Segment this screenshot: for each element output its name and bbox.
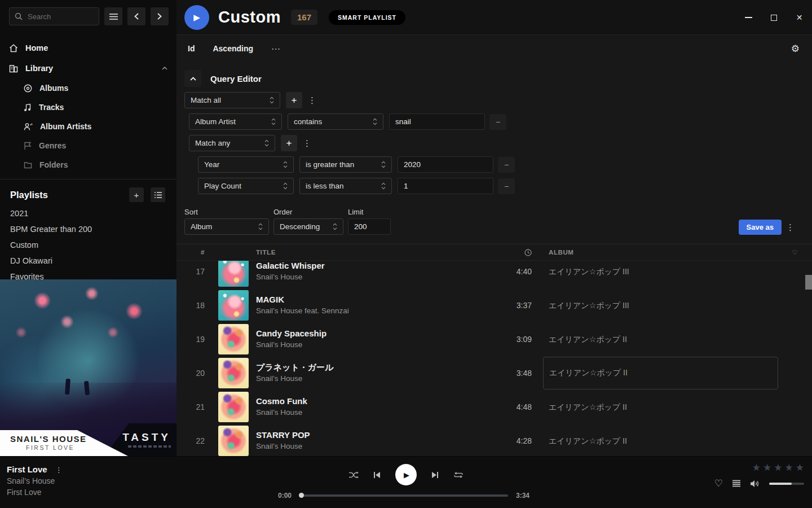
search-box[interactable] [9,7,99,25]
header-duration[interactable] [497,248,532,256]
track-number: 17 [184,267,205,276]
rule-field-select[interactable]: Album Artist [189,113,282,130]
add-rule-button[interactable]: + [281,135,297,151]
header-album[interactable]: ALBUM [549,249,778,256]
remove-rule-button[interactable]: − [498,178,515,194]
search-input[interactable] [28,12,94,21]
remove-rule-button[interactable]: − [498,157,515,173]
previous-button[interactable] [373,471,381,479]
sidebar-item-label: Tracks [39,103,64,112]
next-icon [431,471,439,479]
table-row[interactable]: 18 MAGIK Snail’s House feat. Sennzai 3:3… [176,288,812,322]
save-as-button[interactable]: Save as [739,220,782,235]
play-playlist-button[interactable]: ▶ [184,5,209,30]
sidebar-item-genres[interactable]: Genres [0,136,176,155]
playlist-item[interactable]: DJ Okawari [0,253,176,269]
now-playing-album: First Love [7,487,63,498]
rating-star[interactable]: ★ [774,463,782,472]
sidebar-item-label: Albums [39,84,68,93]
table-row[interactable]: 21 Cosmo Funk Snail’s House 4:48 エイリアン☆ポ… [176,390,812,424]
remove-rule-button[interactable]: − [489,114,506,130]
track-title: MAGIK [256,294,497,305]
volume-fill [769,483,792,485]
back-button[interactable] [127,7,145,25]
rule-value-input[interactable] [398,156,493,173]
repeat-button[interactable] [453,471,464,479]
collapse-query-editor-button[interactable] [184,70,201,87]
queue-button[interactable] [732,480,740,487]
seek-handle[interactable] [299,493,304,498]
rule-operator-select[interactable]: contains [288,113,383,130]
add-playlist-button[interactable]: + [129,187,144,202]
kebab-icon: ⋮ [308,95,316,105]
sidebar-item-tracks[interactable]: Tracks [0,98,176,117]
sort-field-button[interactable]: Id [188,44,195,53]
table-row[interactable]: 20 プラネット・ガール Snail’s House 3:48 エイリアン☆ポッ… [176,356,812,390]
favorite-button[interactable]: ♡ [714,478,723,489]
sidebar-item-albums[interactable]: Albums [0,78,176,98]
maximize-button[interactable] [761,0,787,35]
header-number[interactable]: # [184,249,205,256]
rating-star[interactable]: ★ [752,463,761,472]
track-artist: Snail’s House feat. Sennzai [256,305,497,317]
album-art-thumbnail [218,358,249,388]
queue-icon [732,480,740,487]
rule-value-input[interactable] [398,178,493,194]
menu-button[interactable] [104,7,122,25]
rating-star[interactable]: ★ [763,463,771,472]
save-options-button[interactable]: ⋮ [786,220,794,235]
volume-button[interactable] [750,480,760,488]
group-options-button[interactable]: ⋮ [308,95,316,106]
sidebar-item-folders[interactable]: Folders [0,155,176,174]
limit-input[interactable] [348,218,391,235]
play-button[interactable]: ▶ [395,464,417,485]
group-match-mode-select[interactable]: Match any [189,135,275,151]
sidebar-item-library[interactable]: Library [0,58,176,78]
folder-icon [24,161,32,169]
table-row[interactable]: 17 Galactic Whisper Snail’s House 4:40 エ… [176,261,812,288]
volume-slider[interactable] [769,483,804,485]
track-title: Candy Spaceship [256,328,497,339]
header-favorite[interactable]: ♡ [778,248,812,256]
add-rule-button[interactable]: + [286,92,302,108]
playlist-item[interactable]: 2021 [0,205,176,221]
rule-operator-select[interactable]: is less than [299,178,392,194]
settings-button[interactable]: ⚙ [791,43,800,55]
sort-select[interactable]: Album [184,218,269,235]
track-number: 20 [184,369,205,378]
rule-field-select[interactable]: Play Count [198,178,294,194]
track-options-button[interactable]: ⋮ [55,466,63,474]
close-button[interactable]: ✕ [787,0,812,35]
seek-bar[interactable] [299,494,508,497]
shuffle-button[interactable] [348,471,359,479]
track-album-cell-focused[interactable]: エイリアン☆ポップ II [543,357,778,389]
rating-star[interactable]: ★ [785,463,793,472]
playlist-list-button[interactable] [151,187,165,202]
track-album: エイリアン☆ポップ II [549,368,628,378]
rule-field-select[interactable]: Year [198,156,294,173]
next-button[interactable] [431,471,439,479]
table-row[interactable]: 19 Candy Spaceship Snail’s House 3:09 エイ… [176,322,812,356]
minimize-button[interactable] [736,0,761,35]
table-row[interactable]: 22 STARRY POP Snail’s House 4:28 エイリアン☆ポ… [176,424,812,456]
disc-icon [24,84,32,93]
plus-icon: + [286,138,292,149]
header-title[interactable]: TITLE [256,249,497,256]
more-options-button[interactable]: ⋯ [271,43,280,54]
select-chevrons-icon [283,161,288,168]
rating-star[interactable]: ★ [796,463,804,472]
sidebar-item-home[interactable]: Home [0,38,176,58]
scrollbar-thumb[interactable] [805,275,812,290]
forward-button[interactable] [151,7,169,25]
order-select[interactable]: Descending [273,218,343,235]
track-duration: 3:09 [497,335,532,344]
sidebar-item-album-artists[interactable]: Album Artists [0,117,176,136]
rule-value-input[interactable] [389,113,485,130]
playlist-item[interactable]: BPM Greater than 200 [0,221,176,237]
match-mode-select[interactable]: Match all [184,92,280,108]
rule-operator-select[interactable]: is greater than [299,156,392,173]
select-chevrons-icon [258,223,263,230]
group-options-button[interactable]: ⋮ [303,138,311,148]
playlist-item[interactable]: Custom [0,237,176,253]
sort-direction-button[interactable]: Ascending [213,44,253,53]
